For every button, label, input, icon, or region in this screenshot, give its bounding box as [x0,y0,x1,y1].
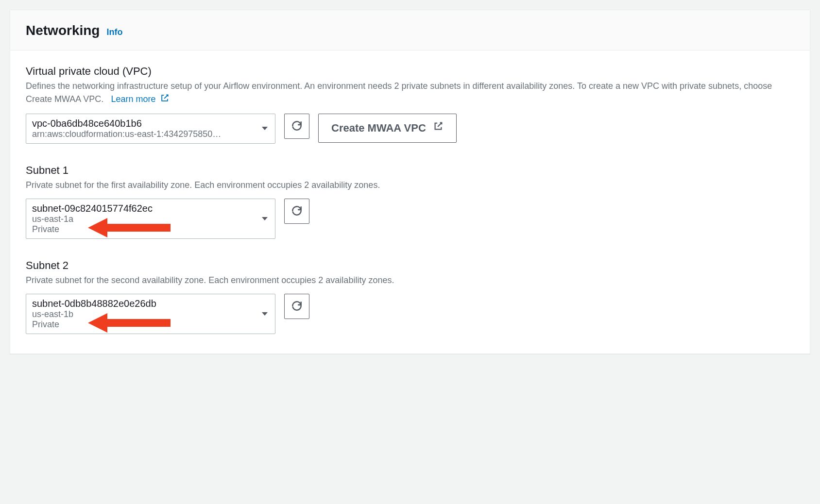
vpc-select[interactable]: vpc-0ba6db48ce640b1b6 arn:aws:cloudforma… [26,114,275,144]
networking-panel: Networking Info Virtual private cloud (V… [10,10,810,354]
panel-title: Networking [26,23,100,38]
create-mwaa-vpc-button[interactable]: Create MWAA VPC [318,114,457,143]
vpc-controls: vpc-0ba6db48ce640b1b6 arn:aws:cloudforma… [26,114,794,144]
subnet1-selected-id: subnet-09c824015774f62ec [32,203,256,214]
subnet2-label: Subnet 2 [26,259,794,272]
subnet2-controls: subnet-0db8b48882e0e26db us-east-1b Priv… [26,294,794,334]
subnet1-label: Subnet 1 [26,164,794,177]
refresh-subnet1-button[interactable] [284,199,309,224]
subnet2-type: Private [32,319,256,330]
panel-body: Virtual private cloud (VPC) Defines the … [10,50,810,353]
vpc-selected-arn: arn:aws:cloudformation:us-east-1:4342975… [32,129,256,139]
learn-more-text: Learn more [111,94,155,104]
caret-down-icon [261,215,268,223]
refresh-vpc-button[interactable] [284,114,309,139]
refresh-icon [290,300,303,314]
external-link-icon [433,121,444,135]
vpc-description: Defines the networking infrastructure se… [26,80,794,107]
refresh-icon [290,204,303,218]
vpc-label: Virtual private cloud (VPC) [26,65,794,78]
caret-down-icon [261,310,268,319]
refresh-icon [290,119,303,134]
subnet2-select[interactable]: subnet-0db8b48882e0e26db us-east-1b Priv… [26,294,275,334]
panel-header: Networking Info [10,10,810,50]
subnet2-selected-id: subnet-0db8b48882e0e26db [32,298,256,309]
subnet2-field: Subnet 2 Private subnet for the second a… [26,259,794,334]
external-link-icon [160,93,170,107]
vpc-selected-id: vpc-0ba6db48ce640b1b6 [32,118,256,129]
subnet2-description: Private subnet for the second availabili… [26,274,794,287]
info-link[interactable]: Info [106,27,122,37]
subnet1-select[interactable]: subnet-09c824015774f62ec us-east-1a Priv… [26,199,275,239]
caret-down-icon [261,124,268,133]
subnet1-az: us-east-1a [32,214,256,224]
subnet1-description: Private subnet for the first availabilit… [26,179,794,192]
create-mwaa-vpc-label: Create MWAA VPC [331,121,426,135]
learn-more-link[interactable]: Learn more [111,94,170,104]
subnet1-controls: subnet-09c824015774f62ec us-east-1a Priv… [26,199,794,239]
vpc-field: Virtual private cloud (VPC) Defines the … [26,65,794,144]
subnet2-az: us-east-1b [32,309,256,319]
subnet1-field: Subnet 1 Private subnet for the first av… [26,164,794,239]
subnet1-type: Private [32,224,256,235]
refresh-subnet2-button[interactable] [284,294,309,319]
